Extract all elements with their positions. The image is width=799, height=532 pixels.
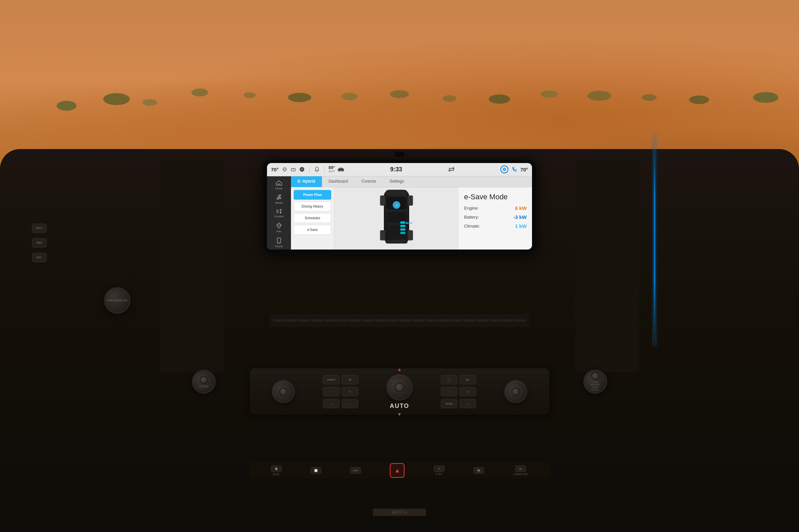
vegetation xyxy=(0,43,799,149)
vent-slot xyxy=(413,319,425,321)
svg-point-4 xyxy=(390,90,409,98)
right-temp-knob[interactable] xyxy=(504,380,527,403)
set-plus-button[interactable]: SET+ xyxy=(32,224,47,233)
tune-knob-inner xyxy=(591,372,599,380)
fan-knob-inner xyxy=(395,383,404,392)
vent-slot xyxy=(426,319,437,321)
tab-ehybrid[interactable]: E· Hybrid xyxy=(291,176,322,187)
floor-vent[interactable]: ↓ xyxy=(341,399,358,408)
sidebar-item-home[interactable]: Home xyxy=(267,178,291,192)
status-divider-2 xyxy=(324,166,324,173)
phone-sync-icon[interactable] xyxy=(500,165,508,173)
hazard-button[interactable]: ▲ xyxy=(390,463,405,478)
vent-slot xyxy=(489,319,501,321)
vent-slot xyxy=(387,319,399,321)
set-minus-button[interactable]: SET- xyxy=(32,253,47,262)
svg-point-60 xyxy=(410,222,412,224)
screen-off-button[interactable]: ⊟ SCREEN OFF xyxy=(513,466,528,475)
svg-point-2 xyxy=(191,89,208,96)
sync-button[interactable]: ⇄ xyxy=(341,375,358,384)
camera-button[interactable]: 📷 xyxy=(473,467,484,474)
car-status-icon xyxy=(338,167,344,172)
content-area: E· Hybrid Dashboard Controls Settings xyxy=(291,176,532,249)
svg-point-25 xyxy=(339,170,340,172)
svg-point-14 xyxy=(642,94,656,101)
seat-heat-left[interactable]: ↑ xyxy=(323,387,339,396)
svg-point-26 xyxy=(342,170,343,172)
tab-dashboard[interactable]: Dashboard xyxy=(322,176,355,187)
nav-label: Nav xyxy=(277,230,281,233)
sidebar-item-nav[interactable]: NW Nav xyxy=(267,221,291,235)
e-save-button[interactable]: e-Save xyxy=(294,225,331,234)
defrost-front[interactable]: ↓ xyxy=(323,399,339,408)
off-icon: OFF xyxy=(353,469,358,472)
battery-label: Battery: xyxy=(464,214,487,220)
outside-temp: 89° OUT xyxy=(329,165,335,173)
front-defrost-button[interactable]: FRONT xyxy=(323,375,339,384)
tab-controls[interactable]: Controls xyxy=(355,176,383,187)
set-minus-label: SET- xyxy=(36,256,42,259)
svg-rect-45 xyxy=(387,212,407,223)
svg-point-58 xyxy=(406,222,408,224)
auto-display: AUTO xyxy=(390,403,409,410)
status-bar: 70° xyxy=(267,163,532,176)
vent-slot xyxy=(349,319,361,321)
svg-point-6 xyxy=(587,91,611,101)
schedules-button[interactable]: Schedules xyxy=(294,213,331,223)
mode-button[interactable]: MODE xyxy=(441,399,458,408)
ac-button[interactable]: A/C xyxy=(460,375,476,384)
seat-heat-right[interactable]: ≈ xyxy=(460,387,476,396)
left-menu-panel: Power Flow Driving History Schedules e-S… xyxy=(291,187,334,249)
vehicle-top-view: ⚡ xyxy=(376,187,416,249)
fan-speed-knob[interactable] xyxy=(386,374,413,401)
right-temp-group xyxy=(504,380,527,403)
left-temp-knob[interactable] xyxy=(272,380,295,403)
mode-label: MODE xyxy=(446,403,453,405)
clock-display: 9:33 xyxy=(390,166,402,173)
stats-list: Engine: 6 kW Battery: -3 kW Climate: xyxy=(464,205,527,229)
display-button[interactable]: ⬜ xyxy=(311,467,321,474)
rear-defrost-icon[interactable]: ⬚ xyxy=(441,375,458,384)
carbon-panel-left xyxy=(160,160,224,373)
outside-temp-label: OUT xyxy=(329,170,335,173)
vent-slot xyxy=(324,319,336,321)
sidebar: Home Media xyxy=(267,176,291,249)
front-label: FRONT xyxy=(327,379,335,381)
screen-off-label: SCREEN OFF xyxy=(513,473,528,475)
battery-stat-row: Battery: -3 kW xyxy=(464,214,527,220)
vent-slot xyxy=(273,319,285,321)
svg-point-3 xyxy=(288,93,311,102)
sidebar-item-phone[interactable]: Phone xyxy=(267,235,291,249)
vent-direction[interactable]: ↑ xyxy=(441,387,458,396)
rear-wiper[interactable]: ↓ xyxy=(460,399,476,408)
fan-level[interactable]: ≈ xyxy=(341,387,358,396)
off-button[interactable]: OFF xyxy=(350,467,361,474)
svg-rect-47 xyxy=(386,240,408,244)
outside-temp-value: 89° xyxy=(329,165,335,170)
sidebar-item-comfort[interactable]: Comfort xyxy=(267,207,291,220)
camera-notch xyxy=(394,152,405,157)
park-button[interactable]: P P OFF xyxy=(434,466,444,475)
set-plus-label: SET+ xyxy=(36,227,43,230)
volume-knob[interactable]: VOLUME xyxy=(192,369,216,394)
svg-rect-56 xyxy=(400,229,405,231)
tab-settings[interactable]: Settings xyxy=(383,176,410,187)
blue-accent-stripe xyxy=(654,133,655,346)
res-label: RES xyxy=(37,241,42,244)
climate-controls-panel: FRONT ⇄ ↑ ≈ ↓ ↓ ▲ AUTO xyxy=(250,368,549,415)
res-button[interactable]: RES xyxy=(32,238,47,248)
svg-point-59 xyxy=(408,222,410,224)
start-stop-button[interactable]: START ENGINE STOP xyxy=(104,287,130,314)
svg-point-13 xyxy=(541,91,558,98)
svg-text:⚡: ⚡ xyxy=(395,204,398,207)
main-content: Home Media xyxy=(267,176,532,249)
sidebar-item-media[interactable]: Media xyxy=(267,193,291,206)
bell-icon xyxy=(314,167,320,172)
vent-slot xyxy=(438,319,450,321)
mute-button[interactable]: 🔇 MUTE xyxy=(271,466,282,475)
temp-left: 70° xyxy=(271,167,279,172)
driving-history-button[interactable]: Driving History xyxy=(294,202,331,211)
power-flow-button[interactable]: Power Flow xyxy=(294,190,331,200)
tune-knob[interactable]: TUNEBROWSEENTERSCROLL xyxy=(583,369,607,394)
svg-rect-48 xyxy=(380,196,385,206)
